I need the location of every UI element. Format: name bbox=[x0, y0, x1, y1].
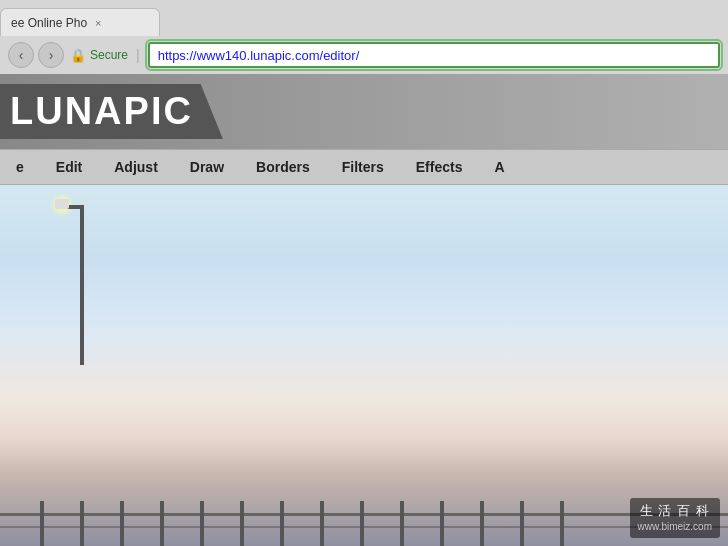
site-header: LUNAPIC bbox=[0, 74, 728, 149]
fence-post bbox=[240, 501, 244, 546]
fence-post bbox=[200, 501, 204, 546]
lamp-head bbox=[55, 199, 69, 209]
lock-icon: 🔒 bbox=[70, 48, 86, 63]
fence-post bbox=[560, 501, 564, 546]
fence-post bbox=[360, 501, 364, 546]
fence-post bbox=[520, 501, 524, 546]
browser-frame: ee Online Pho × ‹ › 🔒 Secure | https://w… bbox=[0, 0, 728, 546]
nav-item-draw[interactable]: Draw bbox=[174, 151, 240, 183]
nav-menu: e Edit Adjust Draw Borders Filters Effec… bbox=[0, 149, 728, 185]
back-button[interactable]: ‹ bbox=[8, 42, 34, 68]
fence-post bbox=[40, 501, 44, 546]
lunapic-logo: LUNAPIC bbox=[0, 84, 223, 139]
address-bar-area: ‹ › 🔒 Secure | https://www140.lunapic.co… bbox=[0, 36, 728, 74]
tab-bar: ee Online Pho × bbox=[0, 0, 728, 36]
watermark-url: www.bimeiz.com bbox=[638, 520, 712, 534]
fence-post bbox=[400, 501, 404, 546]
watermark: 生 活 百 科 www.bimeiz.com bbox=[630, 498, 720, 538]
fence-post bbox=[160, 501, 164, 546]
forward-icon: › bbox=[49, 47, 54, 63]
nav-item-edit[interactable]: Edit bbox=[40, 151, 98, 183]
nav-buttons: ‹ › bbox=[8, 42, 64, 68]
nav-item-adjust[interactable]: Adjust bbox=[98, 151, 174, 183]
back-icon: ‹ bbox=[19, 47, 24, 63]
watermark-chinese: 生 活 百 科 bbox=[638, 502, 712, 520]
fence-rail-top bbox=[0, 513, 728, 516]
lamp-pole bbox=[80, 205, 84, 365]
fence-post bbox=[120, 501, 124, 546]
fence-post bbox=[440, 501, 444, 546]
url-input[interactable]: https://www140.lunapic.com/editor/ bbox=[148, 42, 720, 68]
fence-area bbox=[0, 486, 728, 546]
photo-content: 生 活 百 科 www.bimeiz.com bbox=[0, 185, 728, 546]
nav-item-file[interactable]: e bbox=[0, 151, 40, 183]
fence-post bbox=[320, 501, 324, 546]
secure-indicator: 🔒 Secure bbox=[70, 48, 128, 63]
url-text: https://www140.lunapic.com/editor/ bbox=[158, 48, 360, 63]
nav-item-borders[interactable]: Borders bbox=[240, 151, 326, 183]
fence-post bbox=[80, 501, 84, 546]
nav-item-filters[interactable]: Filters bbox=[326, 151, 400, 183]
main-image-area: 生 活 百 科 www.bimeiz.com bbox=[0, 185, 728, 546]
fence-post bbox=[480, 501, 484, 546]
tab-title: ee Online Pho bbox=[11, 16, 87, 30]
website-content: LUNAPIC e Edit Adjust Draw Borders Filte… bbox=[0, 74, 728, 546]
fence-rail-bottom bbox=[0, 526, 728, 528]
nav-item-effects[interactable]: Effects bbox=[400, 151, 479, 183]
forward-button[interactable]: › bbox=[38, 42, 64, 68]
secure-label: Secure bbox=[90, 48, 128, 62]
nav-item-more[interactable]: A bbox=[478, 151, 520, 183]
separator: | bbox=[136, 47, 140, 63]
browser-tab[interactable]: ee Online Pho × bbox=[0, 8, 160, 36]
fence-post bbox=[280, 501, 284, 546]
tab-close-button[interactable]: × bbox=[95, 17, 101, 29]
